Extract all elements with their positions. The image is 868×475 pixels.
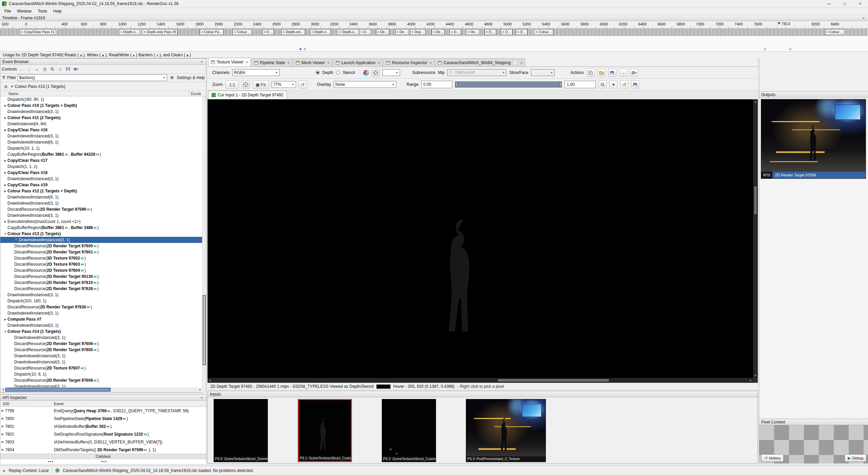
tab-close-icon[interactable]: × [430,61,432,65]
event-row[interactable]: ▶Compute Pass #7 [0,316,202,322]
menu-tools[interactable]: Tools [35,8,50,15]
event-row[interactable]: CopyBufferRegion(Buffer 3861, Buffer 942… [0,151,202,157]
tab-mesh-viewer[interactable]: Mesh Viewer× [293,58,332,66]
prev-event-button[interactable]: ← [18,66,25,73]
copy-icon[interactable] [587,69,595,77]
open-icon[interactable] [597,69,606,77]
current-texture-tab[interactable]: Cur Input 1 - 2D Depth Target 97492 [208,91,287,99]
event-row[interactable]: DrawIndexedInstanced(3, 1) [0,322,202,328]
timeline-pass-chip[interactable]: + Depth-o… [338,29,359,35]
texture-horizontal-scrollbar[interactable]: ◂▸ [208,378,753,383]
event-row[interactable]: DrawIndexedInstanced(3, 1) [0,176,202,182]
time-events-icon[interactable]: ◷ [41,66,48,73]
fit-toggle-button[interactable]: ▣ Fit [253,80,269,89]
event-row[interactable]: DiscardResource(2D Render Target 97626) [0,286,202,292]
event-row[interactable]: DrawIndexedInstanced(6, 1) [0,139,202,145]
event-row[interactable]: Dispatch(320, 180, 1) [0,298,202,304]
bookmark-icon[interactable]: ☆ [57,66,64,73]
timeline-pass-chip[interactable]: + Copy/Clear Pass #1 [20,29,56,35]
mip-select[interactable]: 0 - 2560x1440 ▼ [447,69,507,76]
event-row[interactable]: DrawIndexedInstanced(3, 1) [0,292,202,298]
swatch-select[interactable]: ▼ [382,69,400,76]
timeline-pass-chip[interactable]: + Colour Pa… [200,29,224,35]
event-row[interactable]: DiscardResource(2D Render Target 97601) [0,249,202,255]
timeline-pass-chip[interactable]: + De… [466,29,479,35]
event-browser-close-icon[interactable]: × [199,60,204,64]
minimize-button[interactable]: — [821,0,837,7]
autofit-wand-icon[interactable]: ✦ [609,80,617,89]
settings-help-link[interactable]: Settings & Help [177,75,205,80]
event-row[interactable]: DiscardResource(2D Texture 97604) [0,267,202,273]
menu-window[interactable]: Window [14,8,35,15]
event-row[interactable]: DiscardResource(2D Render Target 97608) [0,377,202,383]
timeline-pass-chip[interactable]: + Depth-onl… [281,29,305,35]
column-name[interactable]: Name [0,92,18,96]
save-range-icon[interactable] [631,80,639,89]
event-row[interactable]: DrawIndexedInstanced(3, 1) [0,109,202,115]
slice-face-select[interactable]: ▼ [531,69,555,76]
debug-button[interactable]: ▶ Debug [845,454,866,462]
event-row[interactable]: DrawIndexedInstanced(3, 1) [0,383,202,387]
replay-context-text[interactable]: Replay Context: Local [9,468,48,473]
goto-resource-icon[interactable]: → [619,69,627,77]
event-row[interactable]: DiscardResource(2D Render Target 97630) [0,304,202,310]
event-row[interactable]: Dispatch(10, 1, 1) [0,145,202,151]
event-row[interactable]: DrawIndexedInstanced(3, 1) [0,359,202,365]
column-eid[interactable]: EID [0,402,9,406]
texture-image[interactable] [208,99,753,378]
event-row[interactable]: DrawInstanced(4, 64) [0,121,202,127]
usage-marker-icon[interactable]: ▲ [763,46,767,51]
jump-eid-icon[interactable]: ↔ [34,66,40,73]
current-pass-icon[interactable]: ◉ [2,83,9,90]
range-slider-white-handle[interactable] [560,82,561,87]
event-row[interactable]: DiscardResource(2D Render Target 97600) [0,243,202,249]
tab-pipeline-state[interactable]: Pipeline State× [252,58,293,66]
zoom-1-1-button[interactable]: 1:1 [225,80,239,89]
event-row[interactable]: ▼Colour Pass #13 (1 Targets) [0,231,202,237]
timeline-pass-chip[interactable]: + Depth-only Pass #5 [142,29,178,35]
event-row[interactable]: Dispatch(10, 6, 1) [0,371,202,377]
event-row[interactable]: ▶ExecuteIndirect(maxCount 1, count <1>) [0,218,202,225]
tab-close-icon[interactable]: × [520,61,522,65]
tab-texture-viewer[interactable]: Texture Viewer× [208,58,251,66]
event-row[interactable]: DrawIndexedInstanced(3, 1) [0,200,202,206]
render-target-label[interactable]: RT0 2D Render Target 97599 [761,172,866,178]
api-call-row[interactable]: ▶7804OMSetRenderTargets({ 2D Render Targ… [0,446,206,454]
history-button[interactable]: ↺ History [761,454,784,462]
event-row[interactable]: DiscardResource(2D Render Target 97605) [0,347,202,353]
timeline-event-blocks[interactable]: + Copy/Clear Pass #1+ Depth-o…+ Depth-on… [0,28,868,36]
find-event-icon[interactable] [49,66,56,73]
tab-close-icon[interactable]: × [246,60,248,64]
timeline-pass-chip[interactable]: + D… [501,29,513,35]
event-row[interactable]: DiscardResource(3D Texture 97602) [0,255,202,261]
tab-close-icon[interactable]: × [327,61,329,65]
event-row[interactable]: ▶Colour Pass #11 (2 Targets) [0,115,202,121]
zoom-range-icon[interactable] [598,80,607,89]
stencil-radio[interactable] [336,71,340,75]
usage-marker-icon[interactable]: ▲ [298,46,302,51]
timeline-ruler[interactable]: EID: 04006008001000120014001600180020002… [0,21,868,28]
api-call-row[interactable]: ▶7800SetPipelineState(Pipeline State 142… [0,415,206,422]
input-thumbnail-ps0[interactable]: PS 0: SceneTexturesStruct_SceneDepthText… [214,399,268,462]
column-duration[interactable]: Durati [189,91,201,96]
event-row[interactable]: ▶Copy/Clear Pass #19 [0,182,202,188]
tab-close-icon[interactable]: × [378,61,380,65]
event-row[interactable]: DrawIndexedInstanced(3, 1) [0,310,202,316]
timeline-pass-chip[interactable]: + Colour… [534,29,553,35]
menu-file[interactable]: File [1,8,14,15]
timeline-close-icon[interactable]: × [861,16,866,20]
tab-launch-application[interactable]: Launch Application× [333,58,383,66]
current-eid-flag-icon[interactable]: ⚑7813 [777,21,790,26]
texture-settings-gear-icon[interactable]: ⚙▾ [630,69,638,77]
timeline-pass-chip[interactable]: + Colour… [825,29,844,35]
tab-caravansandwitch-win64-shipping[interactable]: CaravanSandWitch_Win64_Shipping⋯× [435,58,525,66]
zoom-grid-button[interactable] [242,80,250,89]
color-wheel-button[interactable] [363,70,369,76]
event-row[interactable]: DiscardResource(2D Render Target 97610) [0,280,202,286]
input-thumbnail-ps3[interactable]: PS 3: PostProcessInput_0_Texture [466,399,546,462]
api-call-row[interactable]: ▶7802SetGraphicsRootSignature(Root Signa… [0,430,206,438]
refresh-icon[interactable]: ↺ [299,80,307,89]
reset-range-icon[interactable]: ↺ [620,80,628,89]
event-row[interactable]: DrawIndexedInstanced(3, 1) [0,335,202,341]
timeline-markers[interactable]: ▲▲▲▲ [0,36,868,52]
